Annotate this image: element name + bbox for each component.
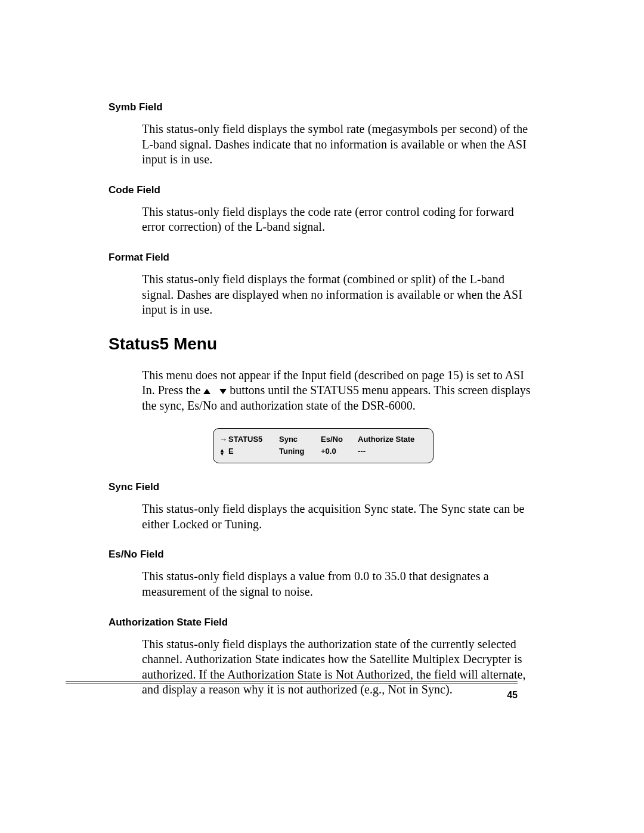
page-content: Symb Field This status-only field displa…: [109, 101, 538, 714]
down-arrow-icon: [219, 389, 227, 394]
lcd-row-1: → STATUS5 Sync Es/No Authorize State: [219, 433, 425, 446]
up-arrow-icon: [203, 389, 210, 394]
auth-state-field-heading: Authorization State Field: [109, 617, 538, 628]
symb-field-body: This status-only field displays the symb…: [142, 122, 538, 168]
code-field-heading: Code Field: [109, 184, 538, 196]
updown-arrow-icon: ▲▼: [219, 448, 225, 456]
auth-state-field-body: This status-only field displays the auth…: [142, 637, 538, 698]
format-field-heading: Format Field: [109, 252, 538, 264]
lcd-r2c1: E: [228, 445, 234, 458]
symb-field-heading: Symb Field: [109, 101, 538, 113]
sync-field-body: This status-only field displays the acqu…: [142, 501, 538, 532]
format-field-body: This status-only field displays the form…: [142, 272, 538, 318]
lcd-r1c4: Authorize State: [358, 433, 425, 446]
status5-menu-heading: Status5 Menu: [109, 335, 538, 354]
status5-menu-intro: This menu does not appear if the Input f…: [142, 368, 538, 414]
lcd-display: → STATUS5 Sync Es/No Authorize State ▲▼ …: [213, 428, 434, 464]
lcd-r2c4: ---: [358, 445, 425, 458]
lcd-row-2: ▲▼ E Tuning +0.0 ---: [219, 445, 425, 458]
lcd-r2c3: +0.0: [321, 445, 358, 458]
sync-field-heading: Sync Field: [109, 481, 538, 493]
lcd-display-wrap: → STATUS5 Sync Es/No Authorize State ▲▼ …: [109, 428, 538, 464]
lcd-r1c2: Sync: [279, 433, 321, 446]
right-arrow-icon: →: [219, 433, 227, 446]
page-number: 45: [507, 690, 518, 701]
code-field-body: This status-only field displays the code…: [142, 205, 538, 235]
lcd-r1c3: Es/No: [321, 433, 358, 446]
esno-field-body: This status-only field displays a value …: [142, 569, 538, 599]
footer-divider: [66, 681, 518, 684]
esno-field-heading: Es/No Field: [109, 549, 538, 561]
lcd-r2c2: Tuning: [279, 445, 321, 458]
lcd-r1c1: STATUS5: [228, 433, 262, 446]
